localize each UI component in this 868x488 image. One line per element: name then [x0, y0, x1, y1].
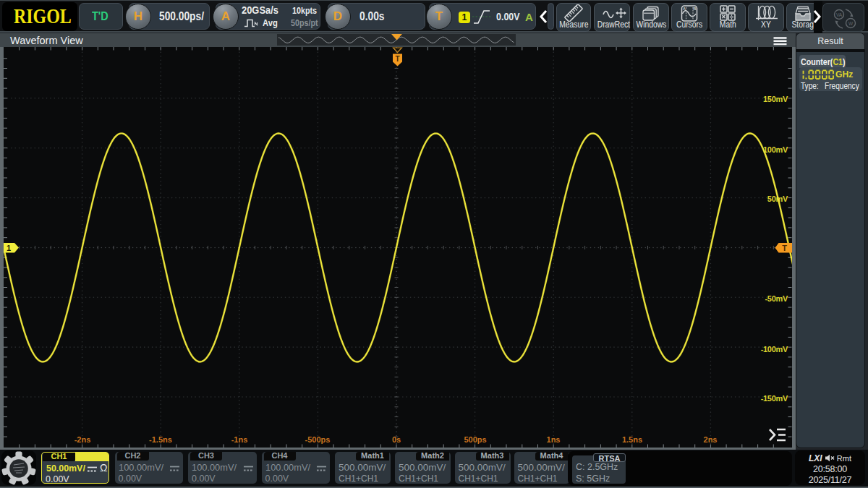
svg-text:A: A: [683, 7, 686, 11]
svg-text:-150mV: -150mV: [761, 394, 788, 403]
svg-text:0s: 0s: [392, 435, 401, 444]
svg-text:-1.5ns: -1.5ns: [149, 435, 172, 444]
svg-text:150mV: 150mV: [763, 95, 788, 103]
svg-text:-50mV: -50mV: [765, 294, 788, 303]
svg-text:1ns: 1ns: [547, 435, 561, 444]
svg-text:1: 1: [7, 244, 11, 252]
svg-text:-2ns: -2ns: [75, 435, 91, 444]
svg-text:-100mV: -100mV: [761, 345, 788, 354]
svg-text:1.5ns: 1.5ns: [622, 435, 642, 444]
svg-text:-500ps: -500ps: [305, 435, 331, 444]
svg-text:T: T: [395, 55, 399, 63]
svg-text:T: T: [782, 244, 787, 252]
svg-text:500ps: 500ps: [464, 435, 486, 444]
svg-text:B: B: [694, 7, 697, 11]
svg-text:2ns: 2ns: [704, 435, 718, 444]
svg-text:100mV: 100mV: [763, 145, 788, 154]
svg-text:VA: VA: [836, 12, 843, 17]
svg-text:W: W: [848, 20, 854, 25]
svg-text:-1ns: -1ns: [231, 435, 248, 444]
